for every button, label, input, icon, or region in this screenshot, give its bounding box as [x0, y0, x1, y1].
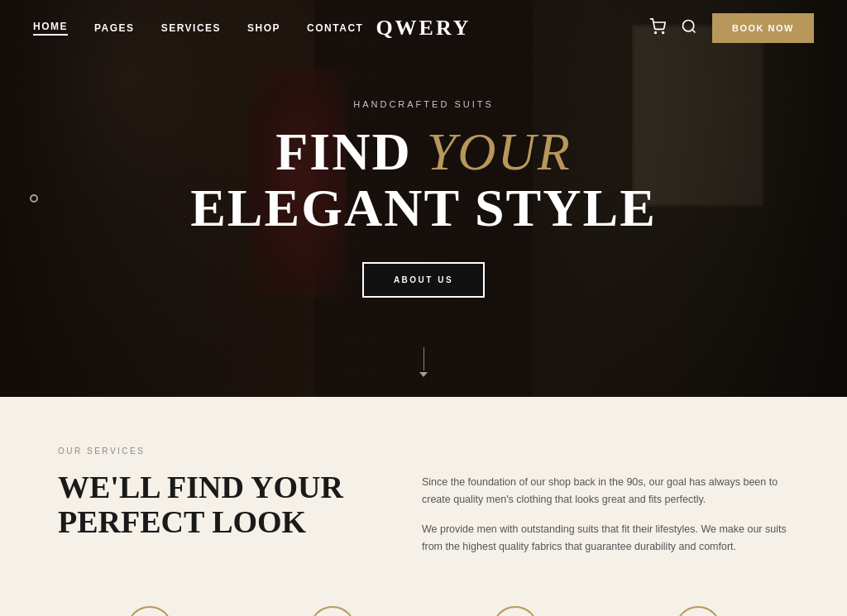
services-section: OUR SERVICES WE'LL FIND YOUR PERFECT LOO… — [0, 397, 847, 616]
hanger-icon — [675, 606, 721, 616]
icon-item-suit — [58, 606, 241, 616]
hero-title-your: YOUR — [427, 122, 572, 181]
nav-pages[interactable]: PAGES — [94, 22, 135, 34]
icon-item-shield — [424, 606, 606, 616]
hero-title-find: FIND — [275, 122, 426, 181]
nav-home[interactable]: HOME — [33, 21, 68, 36]
icon-item-medal — [241, 606, 424, 616]
services-right: Since the foundation of our shop back in… — [422, 470, 789, 569]
services-heading: WE'LL FIND YOUR PERFECT LOOK — [58, 470, 372, 540]
shield-icon — [492, 606, 538, 616]
search-icon[interactable] — [681, 18, 697, 39]
nav-left: HOME PAGES SERVICES SHOP CONTACT — [33, 21, 363, 36]
medal-icon — [309, 606, 356, 616]
nav-shop[interactable]: SHOP — [247, 22, 280, 34]
book-now-button[interactable]: BOOK NOW — [712, 13, 814, 43]
svg-point-1 — [663, 31, 664, 33]
hero-section: HANDCRAFTED SUITS FIND YOUR ELEGANT STYL… — [0, 0, 847, 397]
hero-title-line2: ELEGANT STYLE — [190, 179, 657, 237]
hero-title: FIND YOUR ELEGANT STYLE — [190, 124, 657, 235]
hero-content: HANDCRAFTED SUITS FIND YOUR ELEGANT STYL… — [190, 99, 657, 297]
hero-subtitle: HANDCRAFTED SUITS — [190, 99, 657, 109]
svg-line-3 — [692, 29, 696, 32]
scroll-indicator — [419, 347, 428, 377]
main-nav: HOME PAGES SERVICES SHOP CONTACT QWERY B… — [0, 0, 847, 56]
nav-contact[interactable]: CONTACT — [307, 22, 363, 34]
suit-icon — [127, 606, 173, 616]
svg-point-0 — [655, 31, 657, 33]
site-logo[interactable]: QWERY — [376, 16, 471, 41]
services-left: WE'LL FIND YOUR PERFECT LOOK — [58, 470, 372, 573]
cart-icon[interactable] — [649, 18, 666, 39]
about-us-button[interactable]: ABOUT US — [362, 262, 485, 298]
services-section-label: OUR SERVICES — [58, 446, 789, 456]
scroll-chevron-icon — [419, 372, 428, 377]
nav-services[interactable]: SERVICES — [161, 22, 221, 34]
service-icons-row — [58, 606, 789, 616]
svg-point-2 — [683, 20, 694, 31]
services-para-2: We provide men with outstanding suits th… — [422, 521, 789, 555]
slider-dot[interactable] — [30, 194, 38, 203]
services-grid: WE'LL FIND YOUR PERFECT LOOK Since the f… — [58, 470, 789, 573]
scroll-line — [424, 347, 424, 370]
services-para-1: Since the foundation of our shop back in… — [422, 474, 789, 508]
nav-right: BOOK NOW — [649, 13, 814, 43]
icon-item-hanger — [606, 606, 789, 616]
